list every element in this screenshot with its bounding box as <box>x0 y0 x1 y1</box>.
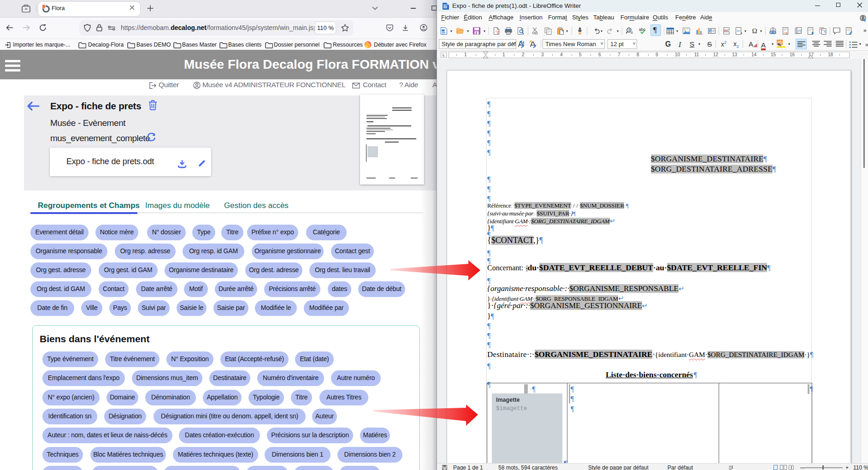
svg-text:A: A <box>710 30 712 33</box>
svg-text:Ω: Ω <box>752 27 757 35</box>
svg-text:(i): (i) <box>798 29 801 33</box>
svg-text:abc: abc <box>639 27 645 32</box>
svg-text:d: d <box>631 30 632 35</box>
svg-text:a: a <box>628 28 630 31</box>
svg-text:1: 1 <box>786 31 788 35</box>
